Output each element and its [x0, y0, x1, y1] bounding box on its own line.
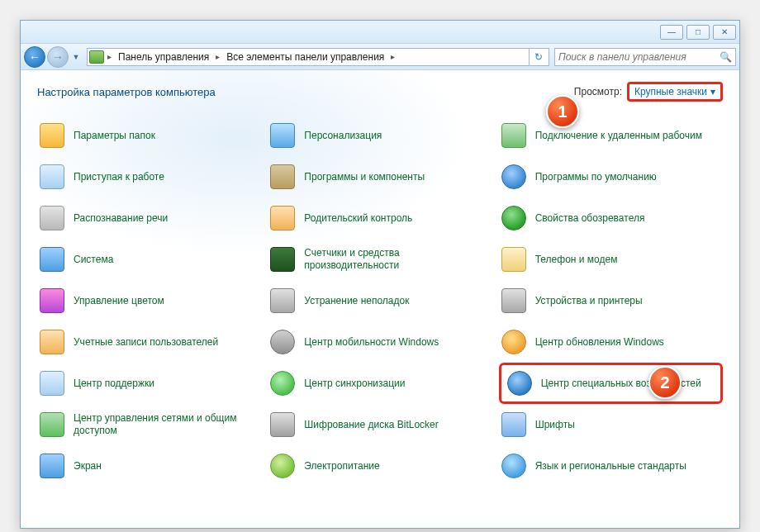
cpl-item-devices-printers[interactable]: Устройства и принтеры [499, 280, 723, 321]
cpl-item-bitlocker[interactable]: Шифрование диска BitLocker [268, 404, 492, 445]
search-icon[interactable]: 🔍 [720, 51, 732, 63]
cpl-item-folder-options[interactable]: Параметры папок [37, 115, 261, 156]
control-panel-icon [89, 50, 104, 64]
cpl-item-mobility-center[interactable]: Центр мобильности Windows [268, 321, 492, 363]
minimize-button[interactable]: — [660, 25, 683, 40]
search-input[interactable] [558, 51, 720, 63]
breadcrumb-root[interactable]: Панель управления [115, 51, 212, 63]
performance-tools-icon [269, 246, 296, 273]
cpl-item-label: Центр поддержки [74, 378, 154, 390]
address-bar[interactable]: ▸ Панель управления ▸ Все элементы панел… [87, 48, 549, 66]
remote-desktop-icon [501, 122, 527, 149]
chevron-down-icon: ▾ [710, 86, 715, 97]
speech-recognition-icon [39, 205, 65, 231]
cpl-item-label: Распознавание речи [74, 212, 168, 225]
power-options-icon [269, 453, 296, 479]
close-button[interactable]: ✕ [713, 25, 736, 40]
system-icon [39, 246, 65, 273]
view-value: Крупные значки [634, 86, 707, 97]
cpl-item-action-center[interactable]: Центр поддержки [37, 363, 261, 404]
bitlocker-icon [269, 411, 296, 438]
annotation-badge-1: 1 [546, 95, 579, 128]
folder-options-icon [39, 122, 65, 149]
phone-modem-icon [501, 246, 527, 273]
fonts-icon [501, 411, 527, 438]
cpl-item-label: Система [74, 254, 113, 266]
titlebar: — □ ✕ [21, 21, 739, 44]
cpl-item-system[interactable]: Система [37, 239, 261, 280]
mobility-center-icon [269, 329, 296, 355]
network-sharing-icon [39, 411, 65, 438]
history-dropdown[interactable]: ▼ [70, 50, 82, 64]
cpl-item-windows-update[interactable]: Центр обновления Windows [499, 321, 723, 363]
cpl-item-label: Телефон и модем [535, 254, 618, 266]
cpl-item-internet-options[interactable]: Свойства обозревателя [499, 197, 723, 239]
cpl-item-label: Центр мобильности Windows [304, 336, 439, 349]
crumb-arrow-icon: ▸ [214, 52, 221, 61]
cpl-item-programs-features[interactable]: Программы и компоненты [268, 156, 492, 197]
personalization-icon [269, 122, 296, 149]
cpl-item-phone-modem[interactable]: Телефон и модем [499, 239, 723, 280]
default-programs-icon [501, 164, 527, 190]
maximize-button[interactable]: □ [686, 25, 710, 40]
cpl-item-color-management[interactable]: Управление цветом [37, 280, 261, 321]
cpl-item-label: Электропитание [304, 460, 379, 473]
cpl-item-label: Свойства обозревателя [535, 212, 645, 225]
cpl-item-label: Счетчики и средства производительности [304, 247, 490, 272]
programs-features-icon [269, 164, 296, 190]
cpl-item-label: Параметры папок [74, 130, 155, 142]
cpl-item-personalization[interactable]: Персонализация [268, 115, 492, 156]
refresh-button[interactable]: ↻ [529, 48, 547, 66]
view-dropdown[interactable]: Крупные значки ▾ [627, 82, 723, 102]
cpl-item-region-language[interactable]: Язык и региональные стандарты [499, 445, 723, 487]
action-center-icon [39, 370, 65, 397]
cpl-item-power-options[interactable]: Электропитание [268, 445, 492, 487]
internet-options-icon [501, 205, 527, 231]
cpl-item-label: Родительский контроль [304, 212, 412, 225]
cpl-item-display[interactable]: Экран [37, 445, 261, 487]
cpl-item-speech-recognition[interactable]: Распознавание речи [37, 197, 261, 239]
cpl-item-label: Шифрование диска BitLocker [304, 419, 438, 431]
color-management-icon [39, 287, 65, 314]
control-panel-window: — □ ✕ ← → ▼ ▸ Панель управления ▸ Все эл… [20, 20, 740, 529]
parental-controls-icon [269, 205, 296, 231]
content-header: Настройка параметров компьютера Просмотр… [37, 82, 723, 102]
cpl-item-label: Центр синхронизации [304, 378, 405, 390]
crumb-arrow-icon: ▸ [106, 52, 113, 61]
breadcrumb-current[interactable]: Все элементы панели управления [223, 51, 387, 63]
display-icon [39, 453, 65, 479]
annotation-badge-2: 2 [648, 366, 682, 399]
cpl-item-label: Центр управления сетями и общим доступом [74, 412, 259, 437]
navbar: ← → ▼ ▸ Панель управления ▸ Все элементы… [21, 44, 739, 70]
cpl-item-label: Персонализация [304, 130, 382, 142]
cpl-item-ease-of-access[interactable]: Центр специальных возможностей [499, 363, 723, 404]
forward-button[interactable]: → [47, 46, 69, 68]
cpl-item-label: Программы по умолчанию [535, 171, 657, 183]
cpl-item-label: Шрифты [535, 419, 575, 431]
crumb-arrow-icon: ▸ [389, 52, 397, 61]
back-button[interactable]: ← [24, 46, 45, 68]
cpl-item-label: Устранение неполадок [304, 295, 409, 307]
cpl-item-label: Центр обновления Windows [535, 336, 664, 349]
cpl-item-parental-controls[interactable]: Родительский контроль [268, 197, 492, 239]
view-selector: Просмотр: Крупные значки ▾ [574, 82, 723, 102]
content-area: Настройка параметров компьютера Просмотр… [21, 70, 739, 528]
cpl-item-troubleshooting[interactable]: Устранение неполадок [268, 280, 492, 321]
cpl-item-remote-desktop[interactable]: Подключение к удаленным рабочим [499, 115, 723, 156]
region-language-icon [501, 453, 527, 479]
cpl-item-user-accounts[interactable]: Учетные записи пользователей [37, 321, 261, 363]
cpl-item-default-programs[interactable]: Программы по умолчанию [499, 156, 723, 197]
getting-started-icon [39, 164, 65, 190]
cpl-item-performance-tools[interactable]: Счетчики и средства производительности [268, 239, 492, 280]
search-box[interactable]: 🔍 [554, 48, 736, 66]
cpl-item-sync-center[interactable]: Центр синхронизации [268, 363, 492, 404]
devices-printers-icon [501, 287, 527, 314]
windows-update-icon [501, 329, 527, 355]
cpl-item-fonts[interactable]: Шрифты [499, 404, 723, 445]
cpl-item-getting-started[interactable]: Приступая к работе [37, 156, 261, 197]
cpl-item-network-sharing[interactable]: Центр управления сетями и общим доступом [37, 404, 261, 445]
cpl-item-label: Экран [74, 460, 102, 473]
cpl-item-label: Устройства и принтеры [535, 295, 643, 307]
troubleshooting-icon [269, 287, 296, 314]
view-label: Просмотр: [574, 86, 622, 97]
